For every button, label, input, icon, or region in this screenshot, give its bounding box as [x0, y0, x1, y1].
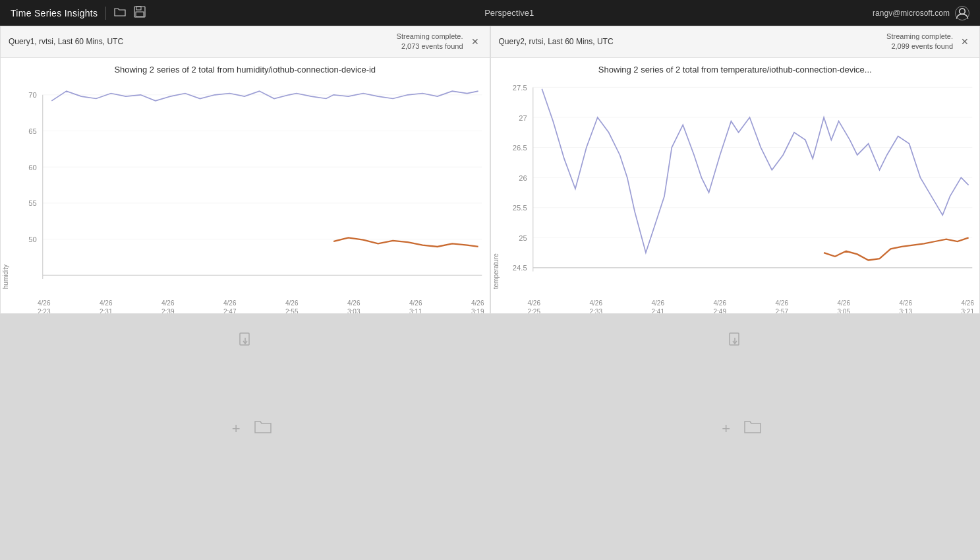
svg-text:27.5: 27.5	[512, 84, 527, 92]
panel-1-svg-area: 70 65 60 55 50	[14, 80, 490, 297]
folder-icon-1[interactable]	[254, 419, 272, 438]
app-title: Time Series Insights	[11, 8, 98, 18]
svg-text:25: 25	[519, 234, 527, 242]
svg-text:70: 70	[28, 91, 37, 99]
header-user: rangv@microsoft.com	[873, 6, 969, 20]
empty-panel-1-bottom-icons: +	[232, 419, 272, 438]
panel-1-header: Query1, rvtsi, Last 60 Mins, UTC Streami…	[1, 26, 490, 58]
panel-1-close-button[interactable]: ✕	[469, 36, 482, 47]
panel-2-chart-container: temperature	[491, 80, 980, 289]
panel-2-chart-area: Showing 2 series of 2 total from tempera…	[491, 58, 980, 313]
user-avatar[interactable]	[955, 6, 969, 20]
svg-rect-2	[136, 12, 144, 16]
svg-text:60: 60	[28, 163, 37, 171]
svg-text:65: 65	[28, 127, 37, 135]
panel-1-x-axis: 4/262:23 4/262:31 4/262:39 4/262:47 4/26…	[14, 297, 490, 313]
panel-1-y-axis-label: humidity	[1, 80, 14, 289]
panel-2-chart-with-axes: 27.5 27 26.5 26 25.5 25 24.5	[505, 80, 980, 289]
svg-text:24.5: 24.5	[512, 264, 527, 272]
empty-panel-1-top-icons	[237, 332, 253, 350]
save-icon[interactable]	[134, 6, 146, 20]
header-divider	[105, 7, 106, 20]
panel-2-header: Query2, rvtsi, Last 60 Mins, UTC Streami…	[491, 26, 980, 58]
svg-text:55: 55	[28, 199, 37, 207]
empty-panel-2-bottom-icons: +	[722, 419, 762, 438]
panel-2-svg: 27.5 27 26.5 26 25.5 25 24.5	[505, 80, 980, 297]
panel-1-query-label: Query1, rvtsi, Last 60 Mins, UTC	[9, 37, 123, 46]
perspective-title: Perspective1	[146, 8, 873, 18]
panel-2-header-right: Streaming complete. 2,099 events found ✕	[886, 32, 971, 52]
panel-2-svg-area: 27.5 27 26.5 26 25.5 25 24.5	[505, 80, 980, 297]
svg-text:50: 50	[28, 235, 37, 243]
panel-2-x-axis: 4/262:25 4/262:33 4/262:41 4/262:49 4/26…	[505, 297, 980, 313]
empty-panel-2: +	[490, 314, 981, 560]
panel-2-close-button[interactable]: ✕	[958, 36, 971, 47]
svg-text:27: 27	[519, 113, 527, 121]
open-icon[interactable]	[114, 7, 126, 20]
empty-panel-2-top-icons	[727, 332, 743, 350]
panel-2-streaming: Streaming complete. 2,099 events found	[886, 32, 953, 52]
svg-rect-1	[136, 7, 141, 10]
panel-1-streaming: Streaming complete. 2,073 events found	[397, 32, 463, 52]
chart-panel-2: Query2, rvtsi, Last 60 Mins, UTC Streami…	[490, 26, 981, 314]
chart-panel-1: Query1, rvtsi, Last 60 Mins, UTC Streami…	[0, 26, 490, 314]
panel-1-chart-area: Showing 2 series of 2 total from humidit…	[1, 58, 490, 313]
empty-panel-1: +	[0, 314, 490, 560]
download-doc-icon	[237, 332, 253, 350]
svg-point-3	[960, 8, 966, 14]
add-icon-1[interactable]: +	[232, 420, 241, 437]
svg-text:25.5: 25.5	[512, 204, 527, 212]
user-email: rangv@microsoft.com	[873, 9, 950, 18]
panel-2-query-label: Query2, rvtsi, Last 60 Mins, UTC	[499, 37, 614, 46]
download-doc-icon-2	[727, 332, 743, 350]
panel-1-chart-title: Showing 2 series of 2 total from humidit…	[1, 65, 490, 75]
svg-text:26: 26	[519, 173, 527, 181]
panel-1-svg: 70 65 60 55 50	[14, 80, 490, 297]
panel-2-y-axis-label: temperature	[491, 80, 505, 289]
panel-1-chart-container: humidity	[1, 80, 490, 289]
panel-1-header-right: Streaming complete. 2,073 events found ✕	[397, 32, 482, 52]
panel-1-chart-with-axes: 70 65 60 55 50 4/262:23 4	[14, 80, 490, 289]
header-toolbar	[114, 6, 146, 20]
svg-text:26.5: 26.5	[512, 144, 527, 152]
main-grid: Query1, rvtsi, Last 60 Mins, UTC Streami…	[0, 26, 980, 560]
panel-2-chart-title: Showing 2 series of 2 total from tempera…	[491, 65, 980, 75]
add-icon-2[interactable]: +	[722, 420, 730, 437]
app-header: Time Series Insights Perspective1 rangv@…	[0, 0, 980, 26]
folder-icon-2[interactable]	[743, 419, 762, 438]
